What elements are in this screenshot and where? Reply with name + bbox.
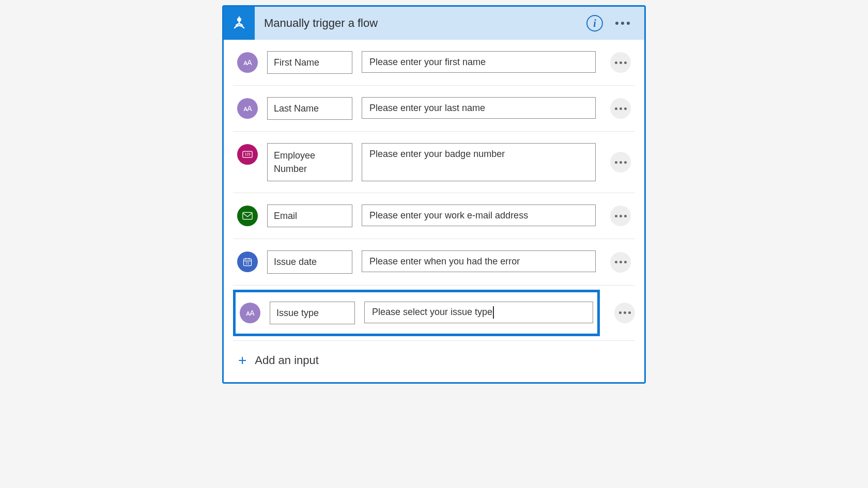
input-placeholder-text: Please select your issue type	[372, 307, 492, 318]
email-type-icon	[237, 206, 258, 226]
svg-text:123: 123	[244, 153, 250, 156]
input-row-email: Email Please enter your work e-mail addr…	[233, 193, 635, 239]
input-placeholder-field[interactable]: Please enter your last name	[362, 97, 596, 119]
row-menu-button[interactable]	[610, 252, 631, 273]
input-placeholder-field[interactable]: Please enter when you had the error	[362, 250, 596, 272]
plus-icon: +	[238, 353, 246, 368]
add-input-label: Add an input	[255, 354, 319, 367]
inputs-list: First Name Please enter your first name …	[224, 40, 644, 341]
text-type-icon	[240, 303, 260, 323]
number-type-icon: 123	[237, 144, 258, 165]
text-type-icon	[237, 98, 258, 119]
svg-point-0	[237, 18, 241, 22]
input-placeholder-field[interactable]: Please enter your badge number	[362, 143, 596, 181]
input-name-field[interactable]: First Name	[267, 51, 352, 74]
input-row-employee-number: 123 Employee Number Please enter your ba…	[233, 132, 635, 193]
input-name-field[interactable]: Issue date	[267, 250, 352, 273]
card-menu-button[interactable]	[613, 18, 632, 29]
row-menu-button[interactable]	[610, 98, 631, 119]
text-type-icon	[237, 52, 258, 73]
input-row-last-name: Last Name Please enter your last name	[233, 86, 635, 132]
highlight-box: Issue type Please select your issue type	[233, 290, 600, 336]
row-menu-button[interactable]	[610, 152, 631, 172]
input-name-field[interactable]: Issue type	[270, 302, 355, 324]
input-placeholder-field[interactable]: Please enter your work e-mail address	[362, 204, 596, 226]
row-menu-button[interactable]	[614, 303, 635, 323]
text-cursor-icon	[493, 306, 494, 319]
row-menu-button[interactable]	[610, 52, 631, 73]
input-name-field[interactable]: Employee Number	[267, 143, 352, 181]
row-menu-button[interactable]	[610, 206, 631, 226]
info-icon[interactable]: i	[586, 15, 603, 32]
input-placeholder-field[interactable]: Please select your issue type	[364, 302, 593, 323]
header-actions: i	[586, 15, 644, 32]
input-name-field[interactable]: Last Name	[267, 97, 352, 120]
trigger-icon	[224, 7, 255, 40]
add-input-button[interactable]: + Add an input	[224, 341, 644, 382]
date-type-icon: 21	[237, 251, 258, 272]
input-placeholder-field[interactable]: Please enter your first name	[362, 51, 596, 73]
card-title: Manually trigger a flow	[255, 17, 586, 30]
input-row-issue-date: 21 Issue date Please enter when you had …	[233, 239, 635, 285]
svg-rect-3	[243, 213, 252, 219]
input-name-field[interactable]: Email	[267, 204, 352, 227]
input-row-first-name: First Name Please enter your first name	[233, 40, 635, 86]
svg-text:21: 21	[245, 262, 250, 265]
trigger-card: Manually trigger a flow i First Name Ple…	[222, 5, 646, 384]
card-header: Manually trigger a flow i	[224, 7, 644, 40]
input-row-issue-type: Issue type Please select your issue type	[233, 286, 635, 341]
